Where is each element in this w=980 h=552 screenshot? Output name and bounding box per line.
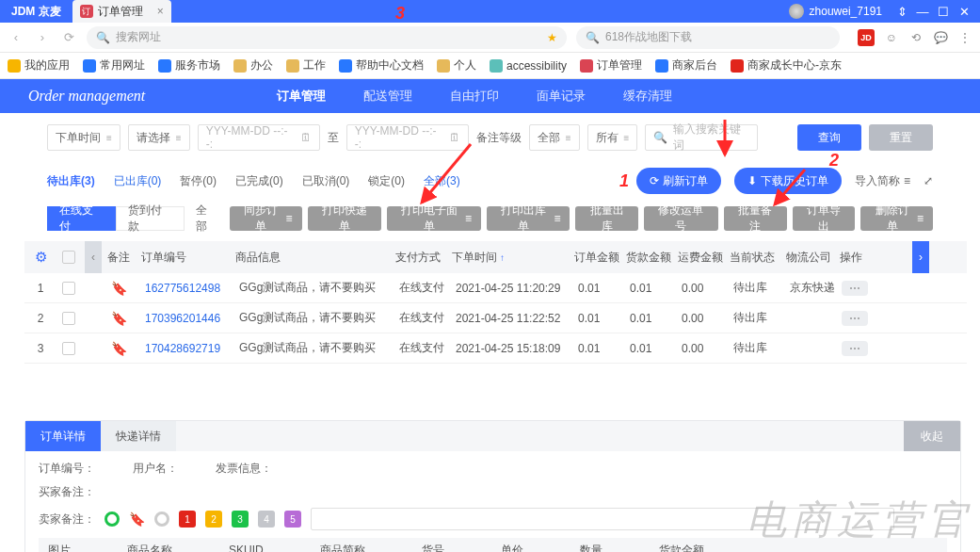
row-checkbox[interactable] [62, 342, 75, 355]
row-more-icon[interactable]: ⋯ [842, 341, 868, 356]
time-cell: 2021-04-25 11:22:52 [450, 312, 572, 325]
bookmark-item[interactable]: 常用网址 [83, 57, 145, 73]
bookmark-icon[interactable]: 🔖 [129, 511, 145, 527]
table-row[interactable]: 3🔖170428692719GGg测试商品，请不要购买在线支付2021-04-2… [24, 333, 967, 364]
bookmark-icon[interactable]: 🔖 [111, 281, 127, 296]
all-select[interactable]: 所有≡ [587, 124, 638, 151]
keyword-input[interactable]: 🔍输入搜索关键词 [645, 124, 758, 151]
status-tab-shipped[interactable]: 已出库(0) [114, 173, 162, 189]
row-more-icon[interactable]: ⋯ [842, 281, 868, 296]
status-tab-locked[interactable]: 锁定(0) [368, 173, 405, 189]
table-row[interactable]: 1🔖162775612498GGg测试商品，请不要购买在线支付2021-04-2… [24, 273, 967, 303]
status-tab-done[interactable]: 已完成(0) [235, 173, 283, 189]
more-icon[interactable]: ⋮ [957, 30, 972, 45]
headset-icon[interactable]: ☺ [884, 30, 899, 45]
reload-icon[interactable]: ⟳ [60, 29, 77, 46]
print-express-button[interactable]: 打印快递单 [308, 206, 382, 231]
nav-cache[interactable]: 缓存清理 [623, 88, 672, 105]
import-alias-link[interactable]: 导入简称≡ [855, 173, 910, 189]
nav-delivery[interactable]: 配送管理 [363, 88, 412, 105]
refresh-orders-button[interactable]: ⟳刷新订单 [636, 168, 721, 194]
back-icon[interactable]: ‹ [8, 29, 24, 46]
row-checkbox[interactable] [62, 312, 75, 325]
gear-icon[interactable]: ⚙ [35, 249, 47, 266]
status-tab-paused[interactable]: 暂停(0) [180, 173, 217, 189]
tag-ring-grey[interactable] [154, 511, 169, 527]
star-icon[interactable]: ★ [547, 31, 557, 44]
status-tab-all[interactable]: 全部(3) [424, 173, 460, 189]
forward-icon[interactable]: › [34, 29, 51, 46]
nav-records[interactable]: 面单记录 [537, 88, 586, 105]
bookmark-item[interactable]: 商家成长中心-京东 [731, 57, 842, 73]
minimize-icon[interactable]: — [912, 1, 933, 22]
reset-button[interactable]: 重置 [869, 124, 933, 151]
maximize-icon[interactable]: ☐ [933, 1, 954, 22]
browser-tab[interactable]: 订 订单管理 × [72, 0, 171, 23]
drag-icon[interactable]: ⇕ [892, 1, 912, 22]
bookmark-item[interactable]: 服务市场 [158, 57, 220, 73]
chat-icon[interactable]: 💬 [933, 30, 948, 45]
refresh-icon[interactable]: ⟲ [908, 30, 924, 45]
query-button[interactable]: 查询 [797, 124, 861, 151]
delete-order-button[interactable]: 删除订单≡ [860, 206, 933, 231]
tag-ring-green[interactable] [104, 511, 120, 527]
bookmark-icon[interactable]: 🔖 [111, 341, 127, 356]
note-level-select[interactable]: 全部≡ [529, 124, 580, 151]
date-from-input[interactable]: YYY-MM-DD --:--:🗓 [198, 124, 320, 151]
sync-orders-button[interactable]: 同步订单≡ [230, 206, 302, 231]
table-row[interactable]: 2🔖170396201446GGg测试商品，请不要购买在线支付2021-04-2… [24, 303, 967, 333]
export-button[interactable]: 订单导出 [793, 206, 856, 231]
subtab-online[interactable]: 在线支付 [47, 206, 116, 231]
generic-select[interactable]: 请选择≡ [128, 124, 190, 151]
expand-icon[interactable]: ⤢ [924, 174, 933, 187]
bulk-outbound-button[interactable]: 批量出库 [575, 206, 638, 231]
time-type-select[interactable]: 下单时间≡ [47, 124, 120, 151]
bookmark-item[interactable]: 个人 [437, 57, 476, 73]
collapse-left-icon[interactable]: ‹ [85, 241, 102, 273]
date-to-input[interactable]: YYY-MM-DD --:--:🗓 [346, 124, 469, 151]
nav-order-mgmt[interactable]: 订单管理 [277, 88, 326, 105]
close-window-icon[interactable]: ✕ [954, 1, 974, 22]
bookmark-item[interactable]: 商家后台 [655, 57, 717, 73]
user-avatar[interactable] [789, 4, 804, 19]
row-checkbox[interactable] [62, 282, 75, 295]
collapse-button[interactable]: 收起 [904, 421, 960, 451]
row-more-icon[interactable]: ⋯ [842, 311, 868, 326]
close-icon[interactable]: × [157, 5, 164, 18]
bookmark-item[interactable]: 帮助中心文档 [339, 57, 424, 73]
status-tab-pending[interactable]: 待出库(3) [47, 173, 95, 189]
detail-tab-express[interactable]: 快递详情 [101, 421, 176, 451]
url-search[interactable]: 🔍 搜索网址 ★ [87, 26, 567, 49]
subtab-all[interactable]: 全部 [185, 206, 230, 231]
jd-badge[interactable]: JD [858, 29, 875, 46]
order-link[interactable]: 170396201446 [145, 312, 220, 325]
bookmark-icon[interactable]: 🔖 [111, 311, 127, 326]
tag-4[interactable]: 4 [258, 511, 275, 528]
order-link[interactable]: 170428692719 [145, 342, 220, 355]
tag-3[interactable]: 3 [232, 511, 249, 528]
bookmark-item[interactable]: accessibility [490, 59, 567, 73]
status-tab-cancel[interactable]: 已取消(0) [302, 173, 350, 189]
print-outbound-button[interactable]: 打印出库单≡ [487, 206, 570, 231]
tag-1[interactable]: 1 [179, 511, 196, 528]
nav-print[interactable]: 自由打印 [450, 88, 499, 105]
print-ewaybill-button[interactable]: 打印电子面单≡ [387, 206, 481, 231]
collapse-right-icon[interactable]: › [912, 241, 929, 273]
mini-search[interactable]: 🔍 618作战地图下载 [576, 26, 840, 49]
select-all-checkbox[interactable] [62, 251, 75, 264]
bookmark-item[interactable]: 订单管理 [580, 57, 642, 73]
tag-2[interactable]: 2 [205, 511, 222, 528]
table-header: ⚙ ‹ 备注 订单编号 商品信息 支付方式 下单时间↑ 订单金额 货款金额 运费… [24, 241, 967, 273]
bookmark-item[interactable]: 办公 [233, 57, 273, 73]
detail-tab-order[interactable]: 订单详情 [25, 421, 101, 451]
tag-5[interactable]: 5 [284, 511, 301, 528]
order-link[interactable]: 162775612498 [145, 282, 220, 295]
subtab-cod[interactable]: 货到付款 [116, 206, 185, 231]
bookmark-item[interactable]: 工作 [286, 57, 326, 73]
th-time[interactable]: 下单时间↑ [446, 250, 569, 266]
edit-waybill-button[interactable]: 修改运单号 [644, 206, 718, 231]
bulk-note-button[interactable]: 批量备注 [724, 206, 787, 231]
bookmark-item[interactable]: 我的应用 [8, 57, 70, 73]
download-history-button[interactable]: ⬇下载历史订单 [734, 168, 842, 194]
username[interactable]: zhouwei_7191 [810, 5, 882, 18]
